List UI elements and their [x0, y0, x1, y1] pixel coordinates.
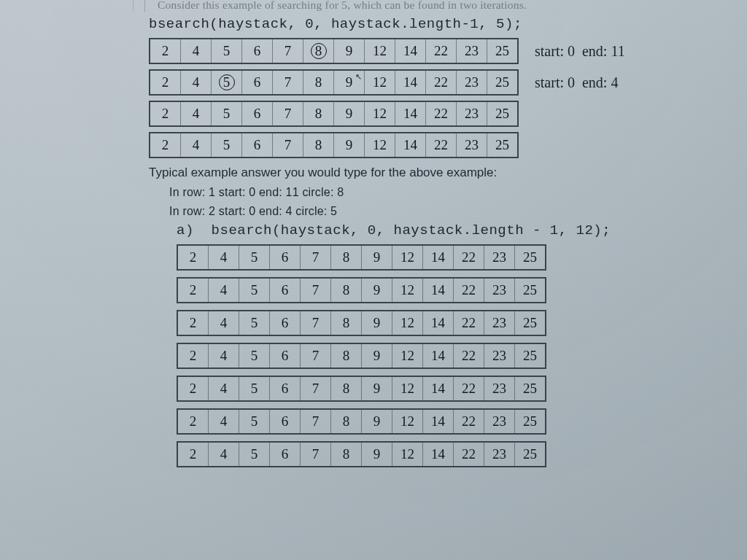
array-cell: 4	[181, 101, 212, 126]
example-array-rows: 24567891214222325start: 0 end: 112456789…	[20, 38, 727, 158]
array-cell: 2	[177, 343, 209, 368]
array-cell: 8	[331, 376, 362, 401]
array-cell: 6	[270, 278, 301, 303]
array-cell: 5	[239, 343, 270, 368]
array-cell: 7	[273, 70, 303, 95]
array-cell: 4	[209, 376, 239, 401]
array-cell: 14	[395, 70, 426, 95]
array-table: 24567891214222325	[149, 132, 519, 158]
array-cell: 23	[457, 39, 487, 63]
array-cell: 4	[209, 278, 239, 303]
array-cell: 25	[515, 376, 546, 401]
array-cell: 12	[392, 442, 423, 467]
array-cell: 4	[209, 245, 239, 270]
array-cell: 2	[150, 70, 181, 95]
array-cell: 2	[177, 376, 209, 401]
margin-line	[144, 0, 145, 12]
array-cell: 7	[301, 409, 331, 434]
array-cell: 2	[177, 442, 209, 467]
array-row: 24567891214222325	[149, 101, 727, 127]
array-cell: 7	[301, 376, 331, 401]
array-cell: 22	[454, 278, 484, 303]
array-cell: 5	[239, 409, 270, 434]
circled-value: 5	[219, 74, 235, 90]
array-row: 24567891214222325	[177, 310, 727, 336]
array-cell: 8	[303, 133, 334, 158]
array-cell: 8	[303, 39, 334, 63]
part-a-code-line: a) bsearch(haystack, 0, haystack.length …	[177, 222, 727, 238]
array-cell: 2	[150, 39, 181, 63]
array-cell: 8	[331, 311, 362, 335]
array-cell: 9	[362, 343, 392, 368]
row-annotation: start: 0 end: 4	[535, 74, 618, 91]
array-cell: 14	[423, 442, 454, 467]
array-cell: 5	[239, 311, 270, 335]
array-cell: 14	[423, 409, 454, 434]
array-cell: 12	[392, 245, 423, 270]
array-cell: 23	[484, 245, 515, 270]
array-cell: 12	[365, 101, 395, 126]
array-table: 24567891214222325	[177, 441, 546, 467]
array-table: 24567891214222325	[177, 244, 546, 271]
array-cell: 7	[273, 101, 303, 126]
array-cell: 12	[365, 70, 395, 95]
array-cell: 6	[270, 245, 301, 270]
array-cell: 7	[301, 442, 331, 467]
array-cell: 9	[362, 442, 392, 467]
truncated-header-text: Consider this example of searching for 5…	[158, 0, 727, 12]
array-cell: 25	[515, 245, 546, 270]
margin-line	[133, 0, 133, 12]
array-cell: 25	[515, 343, 546, 368]
array-cell: 8	[331, 343, 362, 368]
array-cell: 9	[362, 278, 392, 303]
array-cell: 14	[423, 278, 454, 303]
array-cell: 5	[239, 376, 270, 401]
array-cell: 22	[454, 442, 484, 467]
array-cell: 14	[423, 376, 454, 401]
array-cell: 8	[303, 101, 334, 126]
array-cell: 12	[392, 311, 423, 335]
array-cell: 4	[209, 442, 239, 467]
array-cell: 2	[177, 245, 209, 270]
worksheet-page: Consider this example of searching for 5…	[0, 0, 747, 484]
array-cell: 7	[301, 311, 331, 335]
array-table: 24567891214222325	[177, 376, 546, 402]
array-table: 24567891214222325	[177, 277, 546, 303]
array-cell: 8	[303, 70, 334, 95]
array-row: 24567891214222325	[177, 244, 727, 271]
array-cell: 22	[454, 245, 484, 270]
array-cell: 22	[454, 343, 484, 368]
cursor-icon: ↖	[355, 72, 362, 82]
array-cell: 4	[209, 311, 239, 335]
array-cell: 4	[181, 133, 212, 158]
array-cell: 7	[301, 245, 331, 270]
array-cell: 6	[270, 376, 301, 401]
array-cell: 7	[301, 278, 331, 303]
circled-value: 8	[311, 43, 327, 59]
array-row: 24567891214222325	[149, 132, 727, 158]
array-table: 2456789↖1214222325	[149, 69, 519, 96]
array-cell: 14	[423, 245, 454, 270]
array-cell: 2	[150, 101, 181, 126]
example-code-line: bsearch(haystack, 0, haystack.length-1, …	[149, 16, 727, 32]
array-cell: 5	[212, 101, 242, 126]
array-cell: 22	[426, 133, 457, 158]
array-cell: 6	[242, 70, 273, 95]
array-cell: 8	[331, 409, 362, 434]
part-a-array-rows: 2456789121422232524567891214222325245678…	[20, 244, 727, 467]
array-cell: 9↖	[334, 70, 365, 95]
array-row: 2456789↖1214222325start: 0 end: 4	[149, 69, 727, 96]
array-cell: 4	[209, 343, 239, 368]
array-cell: 23	[484, 343, 515, 368]
array-cell: 25	[515, 278, 546, 303]
array-cell: 6	[242, 101, 273, 126]
array-cell: 9	[334, 133, 365, 158]
array-cell: 14	[395, 133, 426, 158]
array-cell: 25	[487, 70, 519, 95]
array-table: 24567891214222325	[177, 408, 546, 435]
array-cell: 22	[454, 376, 484, 401]
array-cell: 5	[239, 442, 270, 467]
array-cell: 12	[392, 409, 423, 434]
typical-answer-line: In row: 1 start: 0 end: 11 circle: 8	[169, 186, 727, 199]
array-cell: 2	[150, 133, 181, 158]
